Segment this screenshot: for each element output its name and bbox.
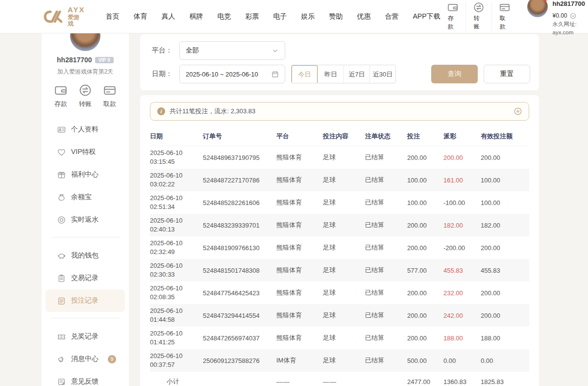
notification-dot: [543, 0, 547, 1]
sidebar-item-label: 兑奖记录: [71, 332, 98, 341]
sidebar-item-vip-heart[interactable]: VIP特权: [46, 141, 125, 163]
sidebar-item-piggy-bank[interactable]: 我的钱包: [46, 244, 125, 267]
sidebar-item-moneybag[interactable]: 余额宝: [46, 186, 125, 208]
cell-valid-bet: 100.00: [481, 199, 529, 206]
cell-bet: 577.00: [407, 267, 443, 274]
nav-item[interactable]: 电竞: [217, 12, 231, 21]
bet-date: 2025-06-10: [150, 352, 203, 360]
cell-status: 已结算: [365, 311, 407, 320]
cell-status: 已结算: [365, 334, 407, 342]
platform-select-value: 全部: [186, 46, 271, 55]
sidebar-divider: [50, 318, 120, 318]
cell-date: 2025-06-1002:40:13: [150, 216, 203, 233]
nav-item[interactable]: 真人: [161, 12, 175, 21]
sidebar-menu: 个人资料VIP特权福利中心余额宝实时返水我的钱包交易记录投注记录兑奖记录消息中心…: [42, 118, 129, 386]
cell-valid-bet: 100.00: [481, 177, 529, 184]
calendar-icon: [271, 71, 279, 78]
info-icon: i: [157, 107, 165, 115]
platform-label: 平台：: [152, 46, 179, 55]
clipboard-icon: [57, 274, 66, 283]
sidebar-item-gift[interactable]: 福利中心: [46, 163, 125, 186]
sidebar-item-clipboard[interactable]: 交易记录: [46, 267, 125, 289]
nav-item[interactable]: 棋牌: [189, 12, 203, 21]
subtotal-content: ——: [323, 378, 365, 386]
piggy-bank-icon: [57, 252, 66, 260]
cell-bet: 200.00: [407, 154, 443, 161]
bet-time: 02:51:34: [150, 203, 203, 211]
search-button[interactable]: 查询: [431, 65, 478, 83]
sidebar-item-id-card[interactable]: 个人资料: [46, 118, 125, 141]
sidebar-quick-action[interactable]: 存款: [54, 84, 67, 108]
subtotal-valid-bet: 1825.83: [481, 378, 529, 386]
date-range-input[interactable]: 2025-06-10 ~ 2025-06-10: [179, 65, 285, 83]
main-nav: 首页体育真人棋牌电竞彩票电子娱乐赞助优惠合营APP下载: [105, 12, 440, 21]
cell-bet: 200.00: [407, 312, 443, 319]
bet-date: 2025-06-10: [150, 194, 203, 203]
nav-item[interactable]: 首页: [105, 12, 119, 21]
header-action[interactable]: 存款: [440, 2, 466, 31]
sidebar-item-feedback[interactable]: 意见反馈: [46, 370, 125, 386]
header-action[interactable]: 转账: [466, 2, 491, 31]
cell-bet: 100.00: [407, 199, 443, 206]
bet-time: 02:30:33: [150, 270, 203, 279]
range-button[interactable]: 近7日: [343, 65, 369, 83]
gift-icon: [57, 171, 66, 179]
column-header: 订单号: [203, 132, 276, 141]
sidebar-quick-action[interactable]: 转账: [79, 84, 92, 108]
bet-date: 2025-06-10: [150, 216, 203, 225]
transfer-icon: [79, 84, 92, 97]
range-button[interactable]: 昨日: [318, 65, 343, 83]
sidebar-item-rebate[interactable]: 实时返水: [46, 208, 125, 231]
cell-valid-bet: 455.83: [481, 267, 529, 274]
sidebar-menu-group: 我的钱包交易记录投注记录: [42, 244, 129, 312]
cell-date: 2025-06-1002:32:49: [150, 239, 203, 256]
nav-item[interactable]: 赞助: [329, 12, 343, 21]
range-button[interactable]: 近30日: [369, 65, 395, 83]
cell-date: 2025-06-1002:51:34: [150, 194, 203, 211]
sidebar-item-label: 消息中心: [71, 355, 98, 363]
cell-status: 已结算: [365, 153, 407, 162]
cell-valid-bet: 188.00: [481, 335, 529, 342]
bet-records-icon: [57, 297, 66, 305]
sidebar-quick-action-label: 存款: [54, 100, 67, 108]
sidebar-item-label: 交易记录: [71, 274, 98, 283]
profile-vip-badge: VIP 0: [95, 57, 114, 63]
cell-platform: 熊猫体育: [276, 288, 323, 297]
cell-payout: -200.00: [443, 244, 481, 252]
sidebar-quick-action[interactable]: 取款: [103, 84, 116, 108]
header-action[interactable]: 取款: [491, 2, 517, 31]
cell-content: 足球: [323, 334, 365, 342]
ticket-icon: [57, 333, 66, 341]
nav-item[interactable]: APP下载: [413, 12, 440, 21]
cell-order: 5248473294414554: [203, 312, 276, 319]
nav-item[interactable]: 彩票: [245, 12, 259, 21]
nav-item[interactable]: 电子: [273, 12, 287, 21]
sidebar-item-megaphone[interactable]: 消息中心9: [46, 348, 125, 370]
balance-refresh-icon[interactable]: [570, 13, 576, 19]
cell-status: 已结算: [365, 288, 407, 297]
bet-time: 03:15:45: [150, 157, 203, 166]
range-button[interactable]: 今日: [292, 65, 318, 83]
cell-content: 足球: [323, 311, 365, 320]
user-avatar[interactable]: [527, 0, 548, 17]
cell-payout: -100.00: [443, 199, 481, 206]
nav-item[interactable]: 体育: [133, 12, 147, 21]
subtotal-label: 小计: [150, 377, 203, 386]
brand-logo[interactable]: AYX 爱游戏: [42, 6, 85, 27]
vip-heart-icon: [57, 148, 66, 156]
sidebar-item-label: 余额宝: [71, 193, 92, 202]
summary-text: 共计11笔投注，流水: 2,303.83: [170, 107, 255, 116]
plus-circle-icon[interactable]: [514, 107, 522, 115]
reset-button[interactable]: 重置: [484, 65, 530, 83]
bet-time: 02:40:13: [150, 225, 203, 234]
nav-item[interactable]: 合营: [385, 12, 398, 21]
nav-item[interactable]: 优惠: [357, 12, 370, 21]
bet-date: 2025-06-10: [150, 329, 203, 338]
cell-status: 已结算: [365, 221, 407, 230]
sidebar-item-bet-records[interactable]: 投注记录: [46, 289, 125, 312]
sidebar-item-ticket[interactable]: 兑奖记录: [46, 325, 125, 348]
cell-bet: 200.00: [407, 289, 443, 297]
bet-date: 2025-06-10: [150, 171, 203, 180]
nav-item[interactable]: 娱乐: [301, 12, 315, 21]
platform-select[interactable]: 全部: [179, 41, 285, 60]
